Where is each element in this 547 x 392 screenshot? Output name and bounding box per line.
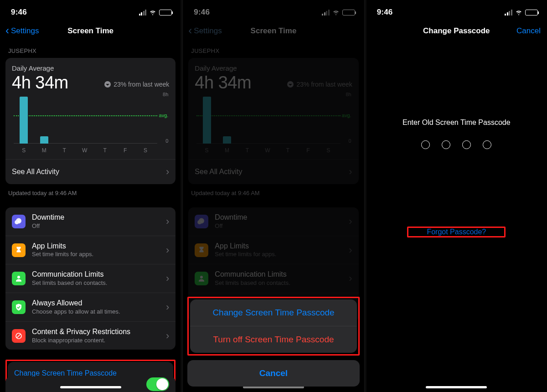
action-cancel[interactable]: Cancel: [187, 360, 359, 387]
row-title: Always Allowed: [32, 299, 160, 308]
action-change-passcode[interactable]: Change Screen Time Passcode: [190, 299, 356, 326]
back-label: Settings: [194, 26, 222, 36]
row-subtitle: Set time limits for apps.: [32, 251, 160, 258]
row-subtitle: Set limits based on contacts.: [32, 279, 160, 287]
action-sheet: Change Screen Time Passcode Turn off Scr…: [187, 297, 359, 387]
passcode-panel: Enter Old Screen Time Passcode Forgot Pa…: [366, 41, 547, 237]
avg-label: avg.: [159, 113, 169, 118]
y-tick-max: 8h: [163, 92, 168, 97]
chevron-right-icon: ›: [166, 330, 169, 342]
list-item[interactable]: Communication LimitsSet limits based on …: [188, 264, 358, 293]
wifi-icon: [149, 9, 156, 16]
moon-icon: [195, 215, 208, 228]
screen-3-change-passcode: 9:46 Change Passcode Cancel Enter Old Sc…: [366, 0, 547, 392]
svg-point-5: [200, 276, 203, 279]
passcode-dot: [483, 140, 491, 149]
forgot-passcode-button[interactable]: Forgot Passcode?: [408, 222, 504, 242]
list-item[interactable]: Content & Privacy RestrictionsBlock inap…: [5, 321, 175, 350]
chevron-right-icon: ›: [166, 216, 169, 227]
check-icon: [12, 300, 26, 314]
list-item[interactable]: App LimitsSet time limits for apps.›: [5, 236, 175, 264]
cellular-signal-icon: [322, 10, 330, 15]
screentime-content: JUSEPHX Daily Average 4h 34m 23% from la…: [0, 41, 181, 392]
see-all-label: See All Activity: [12, 168, 59, 176]
chevron-left-icon: ‹: [5, 25, 9, 36]
chevron-right-icon: ›: [166, 166, 169, 178]
hourglass-icon: [12, 243, 26, 257]
row-title: App Limits: [215, 242, 342, 251]
daily-average-card[interactable]: Daily Average 4h 34m 23% from last week …: [5, 58, 175, 184]
screen-1-screen-time-settings: 9:46 ‹ Settings Screen Time JUSEPHX Dail…: [0, 0, 181, 392]
share-across-row-peek[interactable]: [5, 377, 175, 392]
battery-icon: [342, 10, 355, 15]
daily-average-title: Daily Average: [12, 64, 169, 72]
block-icon: [12, 329, 26, 343]
trend-text: 23% from last week: [114, 81, 169, 88]
arrow-down-icon: [287, 81, 294, 88]
passcode-dots[interactable]: [366, 140, 547, 149]
action-turn-off-passcode[interactable]: Turn off Screen Time Passcode: [190, 326, 356, 353]
nav-bar: Change Passcode Cancel: [366, 21, 547, 41]
row-title: Downtime: [215, 213, 342, 222]
chevron-right-icon: ›: [166, 273, 169, 284]
row-title: App Limits: [32, 242, 160, 251]
status-bar: 9:46: [183, 0, 364, 21]
chevron-right-icon: ›: [166, 244, 169, 256]
arrow-down-icon: [104, 81, 111, 88]
chevron-right-icon: ›: [349, 216, 352, 227]
svg-point-1: [17, 276, 20, 279]
row-subtitle: Set time limits for apps.: [215, 251, 342, 258]
settings-list: DowntimeOff›App LimitsSet time limits fo…: [5, 207, 175, 350]
weekly-chart: 8h avg. 0 SMTWTFS: [196, 93, 350, 144]
row-title: Content & Privacy Restrictions: [32, 327, 160, 337]
passcode-dot: [421, 140, 430, 149]
hourglass-icon: [195, 243, 208, 257]
daily-average-card: Daily Average 4h 34m 23% from last week …: [188, 58, 358, 184]
device-label: JUSEPHX: [188, 41, 358, 58]
row-subtitle: Set limits based on contacts.: [215, 279, 342, 287]
screen-2-action-sheet: 9:46 ‹ Settings Screen Time JUSEPHX Dail…: [182, 0, 364, 392]
home-indicator[interactable]: [426, 386, 487, 388]
list-item[interactable]: DowntimeOff›: [5, 207, 175, 236]
status-bar: 9:46: [0, 0, 181, 21]
see-all-activity-row[interactable]: See All Activity ›: [12, 160, 169, 178]
cancel-button[interactable]: Cancel: [516, 26, 541, 36]
device-label: JUSEPHX: [5, 41, 175, 58]
row-title: Downtime: [32, 213, 160, 222]
status-time: 9:46: [377, 8, 393, 17]
home-indicator[interactable]: [60, 386, 121, 388]
cellular-signal-icon: [505, 10, 512, 15]
battery-icon: [525, 10, 538, 15]
moon-icon: [12, 215, 26, 228]
row-subtitle: Choose apps to allow at all times.: [32, 308, 160, 316]
chevron-right-icon: ›: [349, 273, 352, 284]
status-bar: 9:46: [366, 0, 547, 21]
person-icon: [195, 272, 208, 285]
wifi-icon: [515, 9, 522, 16]
chevron-right-icon: ›: [349, 166, 352, 178]
nav-bar: ‹ Settings Screen Time: [0, 21, 181, 41]
svg-point-0: [18, 221, 20, 223]
status-right: [139, 9, 172, 16]
list-item[interactable]: Always AllowedChoose apps to allow at al…: [5, 293, 175, 321]
list-item[interactable]: Communication LimitsSet limits based on …: [5, 264, 175, 293]
nav-bar: ‹ Settings Screen Time: [183, 21, 364, 41]
back-button: ‹ Settings: [188, 26, 222, 36]
row-subtitle: Off: [32, 222, 160, 230]
y-tick-zero: 0: [165, 138, 168, 144]
list-item[interactable]: DowntimeOff›: [188, 207, 358, 236]
battery-icon: [159, 10, 172, 15]
toggle-on-icon[interactable]: [146, 377, 169, 391]
passcode-prompt: Enter Old Screen Time Passcode: [366, 119, 547, 127]
back-button[interactable]: ‹ Settings: [5, 26, 39, 36]
chevron-left-icon: ‹: [188, 25, 192, 36]
list-item[interactable]: App LimitsSet time limits for apps.›: [188, 236, 358, 264]
row-subtitle: Off: [215, 222, 342, 230]
status-time: 9:46: [11, 8, 27, 17]
chevron-right-icon: ›: [349, 244, 352, 256]
row-title: Communication Limits: [215, 270, 342, 279]
updated-timestamp: Updated today at 9:46 AM: [188, 184, 358, 207]
passcode-dot: [462, 140, 471, 149]
chevron-right-icon: ›: [166, 301, 169, 313]
svg-line-3: [17, 334, 21, 338]
